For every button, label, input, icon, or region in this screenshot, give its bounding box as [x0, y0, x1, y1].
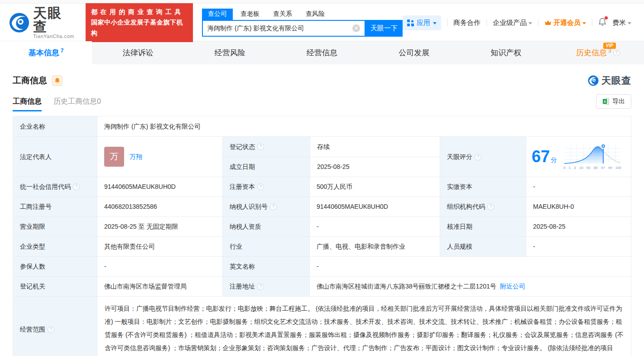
subtab-label: 历史工商信息	[53, 97, 97, 105]
divider	[447, 19, 447, 26]
field-label-with-help: 注册资本 ?	[222, 177, 309, 197]
table-row-insured-count: 参保人数 - 英文名称 -	[13, 256, 631, 276]
field-label-with-help: 经营范围 ?	[13, 297, 97, 356]
help-icon[interactable]: ?	[257, 283, 264, 290]
tab-label: 历史信息	[576, 48, 607, 58]
watermark-text: 天眼查	[601, 74, 631, 87]
tab-intellectual-property[interactable]: 知识产权	[460, 41, 552, 64]
tab-legal-litigation[interactable]: 法律诉讼	[92, 41, 184, 64]
tab-basic-info[interactable]: 基本信息 7	[0, 41, 92, 64]
company-type-value: 其他有限责任公司	[97, 237, 222, 256]
tab-label: 经营风险	[215, 48, 245, 58]
field-label: 核准日期	[440, 217, 526, 236]
clear-search-icon[interactable]: ✕	[352, 24, 360, 32]
help-icon[interactable]: ?	[487, 203, 494, 210]
help-icon[interactable]: ?	[613, 49, 620, 56]
search-button[interactable]: 天眼一下	[365, 20, 403, 37]
tab-label: 基本信息	[29, 48, 59, 58]
staff-size-value: -	[526, 237, 631, 256]
search-input-box: ✕	[202, 20, 365, 37]
field-label-with-help: 组织机构代码 ?	[440, 197, 526, 216]
field-label: 登记状态	[230, 142, 255, 151]
reg-authority-value: 佛山市南海区市场监督管理局	[97, 277, 222, 296]
legal-rep-link[interactable]: 万翔	[130, 152, 142, 161]
top-nav: 应用 商务合作 企业级产品 开通会员 费米	[403, 15, 631, 30]
username: 费米	[612, 19, 626, 27]
divider	[486, 19, 487, 26]
paid-capital-value: -	[526, 177, 631, 197]
field-label: 行业	[222, 237, 309, 256]
nav-user-menu[interactable]: 费米	[612, 19, 631, 27]
chevron-down-icon	[582, 22, 586, 24]
tab-label: 公司发展	[399, 48, 429, 58]
vip-badge: VIP	[603, 43, 616, 49]
help-icon[interactable]: ?	[73, 183, 80, 190]
field-label: 企业类型	[13, 237, 97, 256]
taxpayer-quality-value: -	[309, 217, 440, 236]
field-label-with-help: 注册地址 ?	[222, 277, 309, 296]
notification-bell-icon[interactable]	[598, 18, 606, 28]
tianyancha-logo[interactable]: 天眼查 TianYanCha.com	[9, 6, 76, 39]
nav-open-vip[interactable]: 开通会员	[544, 19, 586, 27]
industry-value: 广播、电视、电影和录音制作业	[309, 237, 440, 256]
field-label: 统一社会信用代码	[20, 182, 71, 191]
reg-address-value: 佛山市南海区桂城街道海八东路38号丽致汇裙楼之十二层1201号	[317, 282, 496, 291]
nav-cooperation[interactable]: 商务合作	[453, 19, 481, 27]
approval-date-value: 2025-08-25	[526, 217, 631, 236]
field-label: 成立日期	[223, 157, 310, 177]
field-label: 登记机关	[13, 277, 97, 296]
field-label: 参保人数	[13, 257, 97, 276]
nav-enterprise-products[interactable]: 企业级产品	[493, 19, 532, 27]
business-term-value: 2025-08-25 至 无固定期限	[97, 217, 222, 236]
help-icon[interactable]: ?	[48, 326, 54, 333]
reg-address-cell: 佛山市南海区桂城街道海八东路38号丽致汇裙楼之十二层1201号 附近公司	[309, 277, 631, 296]
brand-slogan: 都在用的商业查询工具 国家中小企业发展子基金旗下机构	[86, 3, 193, 42]
status-date-block: 登记状态 ? 存续 成立日期 2025-08-25	[222, 137, 440, 177]
field-label-with-help: 天眼评分 ?	[440, 137, 526, 177]
nearby-companies-link[interactable]: 附近公司	[500, 282, 525, 291]
field-label: 纳税人资质	[222, 217, 309, 236]
excel-icon: X	[602, 98, 610, 105]
field-label: 纳税人识别号	[230, 202, 268, 211]
export-button[interactable]: X 导出	[596, 94, 631, 109]
vip-label: 开通会员	[553, 19, 581, 27]
chevron-down-icon	[628, 22, 631, 24]
apps-menu[interactable]: 应用	[403, 15, 441, 30]
subtab-business-info[interactable]: 工商信息	[13, 97, 42, 111]
english-name-value: -	[309, 257, 631, 276]
tab-business-info[interactable]: 经营信息	[276, 41, 368, 64]
search-tab-company[interactable]: 查公司	[202, 9, 233, 20]
help-icon[interactable]: ?	[257, 183, 264, 190]
subscribe-bell-icon[interactable]	[52, 75, 62, 86]
logo-text: 天眼查	[33, 6, 76, 34]
chevron-down-icon	[433, 22, 437, 24]
help-icon[interactable]: ?	[257, 143, 264, 150]
section-header: 工商信息 天眼查	[0, 64, 644, 87]
chevron-down-icon	[529, 22, 532, 24]
tab-history-info[interactable]: VIP 历史信息 3 ?	[552, 41, 644, 64]
watermark-logo: 天眼查	[588, 74, 631, 87]
reg-status-row: 登记状态 ? 存续	[223, 137, 440, 157]
search-tab-relation[interactable]: 查关系	[267, 9, 298, 20]
tab-company-development[interactable]: 公司发展	[368, 41, 460, 64]
subtab-count: 0	[97, 97, 101, 105]
slogan-line2: 国家中小企业发展子基金旗下机构	[91, 17, 187, 38]
subtab-history-business-info[interactable]: 历史工商信息0	[53, 97, 101, 111]
field-label-with-help: 统一社会信用代码 ?	[13, 177, 97, 197]
business-scope-value: 许可项目：广播电视节目制作经营；电影发行；电影放映；舞台工程施工。 (依法须经批…	[97, 297, 631, 356]
tyc-score-cell: 67 分	[526, 137, 631, 177]
tianyancha-logo-icon	[9, 12, 29, 33]
company-name-value: 海阔制作 (广东) 影视文化有限公司	[97, 116, 631, 136]
reg-status-value: 存续	[310, 137, 440, 157]
help-icon[interactable]: ?	[270, 203, 277, 210]
table-row-company-name: 企业名称 海阔制作 (广东) 影视文化有限公司	[13, 116, 631, 136]
help-icon[interactable]: ?	[475, 154, 481, 160]
search-tab-risk[interactable]: 查风险	[300, 9, 331, 20]
score-distribution-chart[interactable]: 0131550859799100	[563, 143, 621, 171]
search-tab-boss[interactable]: 查老板	[235, 9, 265, 20]
field-label-with-help: 纳税人识别号 ?	[222, 197, 309, 216]
search-input[interactable]	[207, 25, 352, 32]
tab-operating-risk[interactable]: 经营风险	[184, 41, 276, 64]
avatar[interactable]: 万	[104, 147, 124, 167]
tab-label: 经营信息	[307, 48, 337, 58]
